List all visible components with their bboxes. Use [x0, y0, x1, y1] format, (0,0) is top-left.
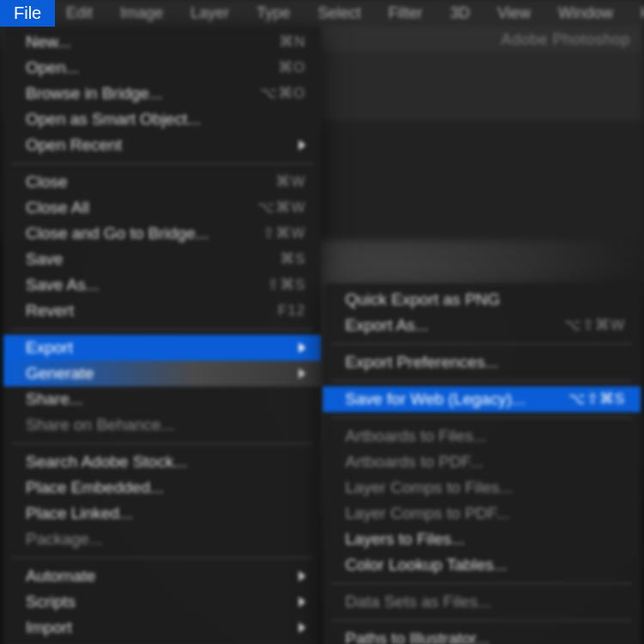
menu-separator: [12, 163, 313, 164]
menu-item-label: Data Sets as Files...: [345, 592, 491, 612]
file-menu-item[interactable]: Search Adobe Stock...: [3, 449, 321, 475]
menu-item-label: Close: [26, 172, 68, 192]
file-menu-item[interactable]: Open as Smart Object...: [3, 106, 321, 132]
export-menu-item: Data Sets as Files...: [323, 589, 641, 615]
export-menu-item[interactable]: Save for Web (Legacy)...⌥⇧⌘S: [323, 386, 641, 412]
export-menu-item[interactable]: Export As...⌥⇧⌘W: [323, 313, 641, 338]
menu-window[interactable]: Window: [544, 1, 627, 26]
export-menu-item[interactable]: Paths to Illustrator...: [323, 626, 641, 644]
submenu-arrow-icon: [299, 623, 306, 633]
shortcut: ⌥⇧⌘S: [568, 389, 625, 410]
export-menu-item: Layer Comps to PDF...: [323, 501, 641, 526]
shortcut: ⇧⌘S: [267, 275, 306, 295]
shortcut: ⌘O: [278, 58, 306, 78]
menu-select[interactable]: Select: [304, 1, 374, 26]
shortcut: ⌘N: [279, 32, 306, 52]
export-menu-item[interactable]: Export Preferences...: [323, 349, 641, 375]
menu-filter[interactable]: Filter: [374, 1, 436, 26]
file-menu-item[interactable]: Place Embedded...: [3, 475, 321, 501]
shortcut: ⌘W: [276, 172, 306, 192]
file-menu-item[interactable]: Import: [3, 615, 321, 641]
export-menu-item[interactable]: Layers to Files...: [323, 526, 641, 552]
shortcut: ⇧⌘W: [263, 223, 306, 244]
file-menu-item[interactable]: Generate: [3, 361, 321, 386]
menu-separator: [12, 329, 313, 330]
shortcut: ⌥⌘O: [260, 83, 306, 104]
shortcut: ⌥⇧⌘W: [564, 315, 625, 336]
file-menu-item[interactable]: Save As...⇧⌘S: [3, 272, 321, 298]
file-menu-item[interactable]: Close and Go to Bridge...⇧⌘W: [3, 221, 321, 246]
menu-item-label: Export: [26, 337, 73, 358]
menu-item-label: Save for Web (Legacy)...: [345, 389, 526, 410]
menu-item-label: Import: [26, 617, 72, 638]
export-submenu: Quick Export as PNGExport As...⌥⇧⌘WExpor…: [323, 283, 641, 644]
file-menu-item: Package...: [3, 526, 321, 552]
file-menu-item[interactable]: Scripts: [3, 589, 321, 615]
menu-item-label: Automate: [26, 566, 95, 586]
menu-item-label: Open as Smart Object...: [26, 109, 201, 130]
menu-item-label: Revert: [26, 301, 74, 321]
app-name: Adobe Photoshop: [501, 31, 630, 49]
menu-item-label: Layers to Files...: [345, 529, 465, 550]
menu-item-label: Paths to Illustrator...: [345, 629, 489, 644]
menu-item-label: Open...: [26, 58, 79, 78]
menu-separator: [331, 583, 632, 584]
menu-item-label: Share...: [26, 389, 83, 410]
file-menu-item[interactable]: New...⌘N: [3, 29, 321, 55]
menu-item-label: Layer Comps to Files...: [345, 477, 513, 498]
menu-item-label: New...: [26, 32, 71, 52]
menu-item-label: Generate: [26, 363, 94, 384]
file-menu-item[interactable]: Close All⌥⌘W: [3, 195, 321, 221]
menu-item-label: Export Preferences...: [345, 352, 498, 373]
menubar: FileEditImageLayerTypeSelectFilter3DView…: [0, 0, 644, 26]
submenu-arrow-icon: [299, 368, 306, 379]
menu-item-label: Close and Go to Bridge...: [26, 223, 209, 244]
menu-separator: [12, 557, 313, 558]
menu-separator: [331, 343, 632, 344]
menu-view[interactable]: View: [483, 1, 544, 26]
menu-edit[interactable]: Edit: [52, 1, 106, 26]
menu-item-label: Close All: [26, 197, 89, 218]
file-menu-item[interactable]: Place Linked...: [3, 501, 321, 526]
menu-item-label: Artboards to Files...: [345, 426, 487, 447]
file-menu-item[interactable]: Browse in Bridge...⌥⌘O: [3, 81, 321, 106]
file-menu-item[interactable]: RevertF12: [3, 298, 321, 324]
menu-item-label: Share on Behance...: [26, 415, 174, 435]
menu-layer[interactable]: Layer: [177, 1, 243, 26]
menu-item-label: Place Linked...: [26, 503, 133, 524]
file-menu-item: Share on Behance...: [3, 412, 321, 438]
menu-item-label: Save: [26, 249, 63, 270]
file-menu-item[interactable]: Automate: [3, 563, 321, 589]
menu-item-label: Search Adobe Stock...: [26, 452, 187, 472]
shortcut: ⌘S: [280, 249, 306, 270]
file-menu-item[interactable]: Close⌘W: [3, 169, 321, 195]
export-menu-item: Artboards to Files...: [323, 423, 641, 449]
export-menu-item[interactable]: Color Lookup Tables...: [323, 552, 641, 578]
menu-item-label: Place Embedded...: [26, 477, 164, 498]
file-menu-item[interactable]: Export: [3, 335, 321, 361]
menu-item-label: Color Lookup Tables...: [345, 555, 507, 575]
menu-item-label: Scripts: [26, 592, 76, 612]
submenu-arrow-icon: [299, 597, 306, 607]
file-menu: New...⌘NOpen...⌘OBrowse in Bridge...⌥⌘OO…: [3, 26, 321, 644]
file-menu-item[interactable]: Save⌘S: [3, 246, 321, 272]
menu-3d[interactable]: 3D: [436, 1, 483, 26]
menu-item-label: Save As...: [26, 275, 100, 295]
export-menu-item: Layer Comps to Files...: [323, 475, 641, 501]
export-menu-item[interactable]: Quick Export as PNG: [323, 287, 641, 313]
shortcut: ⌥⌘W: [258, 197, 306, 218]
menu-item-label: Package...: [26, 529, 103, 550]
menu-type[interactable]: Type: [243, 1, 304, 26]
menu-help[interactable]: Help: [627, 1, 644, 26]
menu-item-label: Open Recent: [26, 135, 122, 155]
file-menu-item[interactable]: Open Recent: [3, 132, 321, 158]
file-menu-item[interactable]: Share...: [3, 386, 321, 412]
menu-item-label: Layer Comps to PDF...: [345, 503, 509, 524]
menu-image[interactable]: Image: [106, 1, 177, 26]
menu-item-label: Quick Export as PNG: [345, 289, 501, 310]
file-menu-item[interactable]: Open...⌘O: [3, 55, 321, 81]
menu-item-label: Artboards to PDF...: [345, 452, 483, 472]
menu-separator: [331, 417, 632, 418]
menu-file[interactable]: File: [0, 0, 55, 27]
shortcut: F12: [278, 301, 306, 321]
